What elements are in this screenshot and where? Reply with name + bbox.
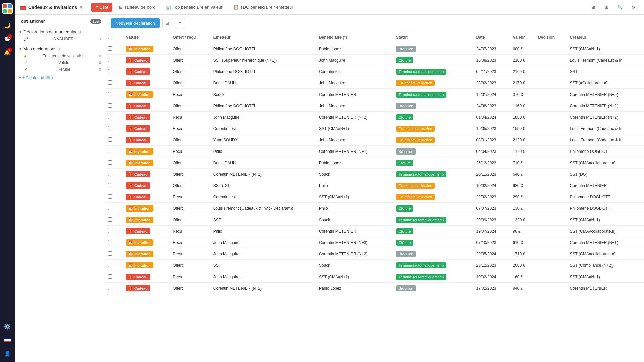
- row-checkbox[interactable]: [108, 206, 112, 210]
- header-valeur[interactable]: Valeur: [510, 32, 535, 43]
- status-badge: Brouillon: [396, 285, 416, 291]
- row-checkbox[interactable]: [108, 229, 112, 233]
- filter-item-valide[interactable]: ✓ Validé 0: [19, 59, 101, 66]
- filter-section-mes-header[interactable]: ▼ Mes déclarations 0: [19, 45, 101, 53]
- select-all-checkbox[interactable]: [108, 35, 112, 39]
- row-checkbox[interactable]: [108, 126, 112, 130]
- table-row[interactable]: 🎁 Cadeau Reçu Corentin test SST (CMA#N+1…: [105, 123, 644, 134]
- table-row[interactable]: 🎁 Cadeau Reçu John Macguire Corentin MÉT…: [105, 112, 644, 123]
- table-row[interactable]: 🎁 Cadeau Offert Yann SOUDY John Macguire…: [105, 134, 644, 146]
- nature-icon: 🎁: [128, 69, 133, 74]
- table-row[interactable]: 📅 Invitation Offert Philomène DOGLIOTTI …: [105, 43, 644, 55]
- search-icon[interactable]: 🔍: [614, 2, 625, 13]
- a-valider-label: A VALIDER: [53, 37, 74, 41]
- header-beneficiaire[interactable]: Bénéficiaire (*): [316, 32, 393, 43]
- row-checkbox-cell: [105, 237, 115, 248]
- row-checkbox[interactable]: [108, 149, 112, 153]
- table-row[interactable]: 📅 Invitation Reçu Philo Corentin MÉTENIE…: [105, 146, 644, 157]
- table-row[interactable]: 🎁 Cadeau Reçu John Macguire SST (CMA#N+1…: [105, 271, 644, 283]
- row-checkbox[interactable]: [108, 80, 112, 85]
- table-row[interactable]: 🎁 Cadeau Offert SST (DG) Philo En attent…: [105, 180, 644, 191]
- table-row[interactable]: 📅 Invitation Offert Louis Fremont (Cadea…: [105, 203, 644, 214]
- table-row[interactable]: 📅 Invitation Reçu John Macguire Corentin…: [105, 248, 644, 260]
- table-row[interactable]: 🎁 Cadeau Reçu Philo Corentin MÉTENIER Cl…: [105, 226, 644, 237]
- filter-item-en-attente[interactable]: ● En attente de validation 0: [19, 53, 101, 59]
- tab-liste[interactable]: ≡ Liste: [91, 3, 112, 12]
- header-emetteur[interactable]: Emetteur: [211, 32, 316, 43]
- settings-icon[interactable]: ⚙: [628, 2, 639, 13]
- filter-item-a-valider[interactable]: 🖊 A VALIDER 0: [19, 36, 101, 42]
- table-row[interactable]: 🎁 Cadeau Reçu Corentin test SST (CMA#N+1…: [105, 191, 644, 203]
- table-row[interactable]: 🎁 Cadeau Offert Philomène DOGLIOTTI Core…: [105, 66, 644, 77]
- row-nature: 📅 Invitation: [123, 237, 170, 248]
- monitor-icon[interactable]: 🖥: [588, 2, 598, 13]
- row-checkbox[interactable]: [108, 263, 112, 267]
- header-statut[interactable]: Statut: [393, 32, 474, 43]
- grid-icon[interactable]: ⊞: [601, 2, 612, 13]
- table-row[interactable]: 📅 Invitation Offert Denis DAULL Pablo Lo…: [105, 157, 644, 169]
- table-row[interactable]: 🎁 Cadeau Offert SST (Supérieur hiérarchi…: [105, 55, 644, 66]
- row-checkbox[interactable]: [108, 58, 112, 62]
- equipe-count: 0: [79, 30, 81, 34]
- row-checkbox[interactable]: [108, 172, 112, 176]
- table-row[interactable]: 🎁 Cadeau Offert Corentin MÉTENIER (N+2) …: [105, 283, 644, 294]
- filter-all-label[interactable]: Tout afficher: [19, 19, 45, 24]
- row-createur: Corentin MÉTENIER: [567, 283, 644, 294]
- view-toggle-grid[interactable]: ⊞: [162, 18, 172, 28]
- chat-icon[interactable]: 💬 9: [2, 34, 13, 44]
- table-scroll[interactable]: Nature Offert / reçu Emetteur Bénéficiai…: [105, 32, 644, 362]
- tab-tableau-de-bord[interactable]: ⊞ Tableau de bord: [115, 3, 159, 12]
- row-checkbox[interactable]: [108, 92, 112, 96]
- add-filter-button[interactable]: + + Ajouter un filtre: [19, 75, 101, 80]
- row-decision: [535, 226, 567, 237]
- nature-icon: 📅: [128, 263, 133, 267]
- moon-icon[interactable]: 🌙: [2, 20, 13, 31]
- row-checkbox[interactable]: [108, 251, 112, 256]
- header-createur[interactable]: Créateur: [567, 32, 644, 43]
- row-checkbox[interactable]: [108, 115, 112, 119]
- row-checkbox[interactable]: [108, 194, 112, 199]
- row-checkbox[interactable]: [108, 274, 112, 279]
- table-row[interactable]: 🎁 Cadeau Offert Philomène DOGLIOTTI John…: [105, 100, 644, 112]
- row-statut: Terminé (automatiquement): [393, 271, 474, 283]
- row-checkbox[interactable]: [108, 137, 112, 142]
- header-nature[interactable]: Nature: [123, 32, 170, 43]
- tab-top-beneficiaire[interactable]: 📊 Top bénéficiaire en valeur: [162, 3, 226, 12]
- flag-icon[interactable]: [2, 335, 13, 345]
- row-checkbox[interactable]: [108, 217, 112, 222]
- row-checkbox[interactable]: [108, 69, 112, 73]
- table-row[interactable]: 📅 Invitation Offert SST Souck Terminé (a…: [105, 214, 644, 226]
- gear-icon[interactable]: ⚙️: [2, 321, 13, 332]
- row-checkbox[interactable]: [108, 286, 112, 290]
- row-checkbox[interactable]: [108, 240, 112, 244]
- table-row[interactable]: 📅 Invitation Reçu John Macguire Corentin…: [105, 237, 644, 248]
- app-logo[interactable]: [2, 3, 13, 14]
- view-toggle-list[interactable]: ≡: [175, 18, 185, 28]
- header-decision[interactable]: Décision: [535, 32, 567, 43]
- row-statut: Brouillon: [393, 100, 474, 112]
- row-statut: Clôturé: [393, 203, 474, 214]
- header-date[interactable]: Date: [473, 32, 510, 43]
- table-row[interactable]: 🎁 Cadeau Offert Denis DAULL John Macguir…: [105, 77, 644, 89]
- filter-item-refuse[interactable]: ✕ Refusé 0: [19, 66, 101, 73]
- new-declaration-button[interactable]: Nouvelle déclaration: [111, 18, 160, 28]
- row-decision: [535, 191, 567, 203]
- row-checkbox[interactable]: [108, 160, 112, 165]
- nature-icon: 📅: [128, 47, 133, 51]
- row-type-icon: [115, 248, 123, 260]
- table-row[interactable]: 📅 Invitation Offert SST Souck Terminé (a…: [105, 260, 644, 271]
- row-checkbox[interactable]: [108, 183, 112, 187]
- row-checkbox[interactable]: [108, 46, 112, 51]
- row-checkbox[interactable]: [108, 103, 112, 108]
- liste-icon: ≡: [95, 5, 98, 10]
- bell-icon[interactable]: 🔔 1: [2, 47, 13, 58]
- row-emetteur: Philomène DOGLIOTTI: [211, 66, 316, 77]
- table-row[interactable]: 🎁 Cadeau Offert Corentin MÉTENIER (N+1) …: [105, 169, 644, 180]
- row-decision: [535, 134, 567, 146]
- tab-tdc-beneficiaire[interactable]: 📋 TDC bénéficiaire / émetteur: [229, 3, 298, 12]
- plus-icon: +: [19, 75, 21, 80]
- filter-section-equipe-header[interactable]: ▼ Déclarations de mon équipe 0: [19, 28, 101, 36]
- user-icon[interactable]: 👤: [2, 348, 13, 359]
- table-row[interactable]: 📅 Invitation Reçu Souck Corentin MÉTENIE…: [105, 89, 644, 100]
- header-offert-recu[interactable]: Offert / reçu: [170, 32, 210, 43]
